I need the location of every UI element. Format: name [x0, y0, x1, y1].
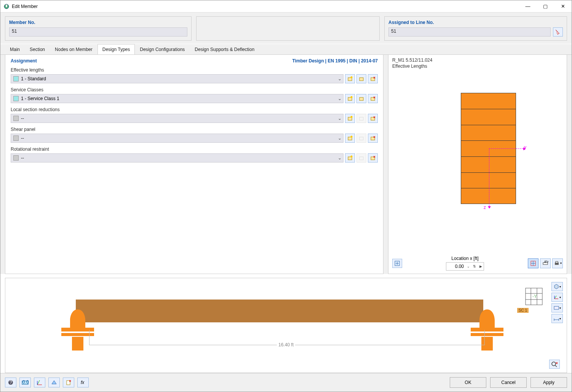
delete-shear-panel-button[interactable] [368, 134, 378, 143]
axis-z-icon [489, 148, 489, 206]
cancel-button[interactable]: Cancel [490, 377, 527, 388]
section-subtitle: Effective Lengths [392, 64, 563, 70]
axes-button[interactable]: ▾ [551, 293, 563, 302]
edit-shear-panel-button [356, 134, 366, 143]
axis-y-label: y [524, 145, 526, 150]
new-rotational-restraint-button[interactable] [345, 153, 355, 163]
chevron-down-icon: ⌄ [338, 135, 342, 141]
clipboard-button[interactable] [63, 378, 74, 387]
shear-panel-label: Shear panel [11, 127, 378, 132]
minimize-button[interactable]: — [519, 0, 537, 13]
effective-lengths-label: Effective lengths [11, 67, 378, 73]
window-controls: — ▢ ✕ [519, 0, 572, 13]
swatch-icon [13, 135, 19, 141]
service-classes-label: Service Classes [11, 87, 378, 92]
svg-rect-27 [556, 261, 558, 263]
ok-button[interactable]: OK [450, 377, 486, 388]
units-button[interactable]: 0.00 [19, 378, 31, 387]
print-button[interactable]: ▾ [552, 258, 563, 268]
tab-design-configurations[interactable]: Design Configurations [135, 44, 190, 54]
apply-button[interactable]: Apply [530, 377, 567, 388]
nav-cube[interactable]: -Y [523, 286, 545, 307]
display-toggle-button[interactable]: ▾ [551, 303, 563, 312]
tabs: Main Section Nodes on Member Design Type… [0, 44, 572, 55]
edit-local-reduction-button [356, 114, 366, 123]
axis-y-icon [489, 148, 523, 149]
delete-local-reduction-button[interactable] [368, 114, 378, 123]
delete-effective-length-button[interactable] [368, 74, 378, 83]
svg-rect-31 [481, 337, 493, 351]
axes-toggle-button[interactable] [34, 378, 45, 387]
assignment-pane: Assignment Timber Design | EN 1995 | DIN… [5, 54, 383, 274]
fit-view-button[interactable] [528, 258, 538, 268]
swatch-icon [13, 155, 19, 161]
edit-effective-length-button[interactable] [356, 74, 366, 83]
view-cube-button[interactable]: ▾ [551, 282, 563, 291]
play-icon: ▶ [478, 265, 484, 268]
svg-text:100: 100 [544, 260, 548, 263]
svg-text:-Y: -Y [532, 294, 537, 299]
section-id-text: R_M1 5.512/11.024 [392, 57, 563, 64]
new-service-class-button[interactable] [345, 94, 355, 103]
svg-point-35 [552, 362, 556, 366]
chevron-down-icon: ⌄ [465, 265, 471, 268]
location-x-spinner[interactable]: 0.00 ⌄ ⇅ ▶ [446, 262, 484, 271]
member-no-panel: Member No. 51 [5, 16, 192, 41]
svg-rect-4 [359, 78, 363, 81]
titlebar: Edit Member — ▢ ✕ [0, 0, 572, 13]
tab-design-supports-deflection[interactable]: Design Supports & Deflection [190, 44, 259, 54]
close-button[interactable]: ✕ [554, 0, 572, 13]
member-no-label: Member No. [9, 20, 187, 25]
chevron-down-icon: ⌄ [338, 155, 342, 161]
tab-design-types[interactable]: Design Types [97, 44, 135, 54]
render-mode-button[interactable] [48, 378, 60, 387]
rotational-restraint-combo[interactable]: -- ⌄ [11, 153, 344, 163]
dimensions-button[interactable]: 100 [540, 258, 551, 268]
member-viewport[interactable]: SC 1 16.40 ft -Y ▾ ▾ ▾ ▾ [5, 278, 567, 373]
local-section-reductions-combo[interactable]: -- ⌄ [11, 114, 344, 123]
svg-rect-34 [554, 306, 559, 309]
tab-main[interactable]: Main [5, 44, 25, 54]
shear-panel-combo[interactable]: -- ⌄ [11, 134, 344, 143]
svg-rect-16 [359, 137, 363, 140]
new-local-reduction-button[interactable] [345, 114, 355, 123]
section-options-button[interactable] [392, 259, 402, 268]
svg-rect-12 [359, 117, 363, 120]
dialog-footer: ? 0.00 fx OK Cancel Apply [0, 373, 572, 392]
delete-service-class-button[interactable] [368, 94, 378, 103]
beam-icon [76, 300, 483, 322]
maximize-button[interactable]: ▢ [537, 0, 554, 13]
delete-rotational-restraint-button[interactable] [368, 153, 378, 163]
svg-text:fx: fx [81, 380, 85, 385]
assigned-line-input[interactable]: 51 [388, 27, 551, 37]
app-icon [3, 3, 10, 10]
location-x-label: Location x [ft] [451, 256, 478, 261]
local-section-reductions-label: Local section reductions [11, 107, 378, 112]
svg-point-19 [351, 156, 353, 158]
new-shear-panel-button[interactable] [345, 134, 355, 143]
edit-rotational-restraint-button [356, 153, 366, 163]
middle-blank-panel [196, 16, 380, 41]
effective-lengths-combo[interactable]: 1 - Standard ⌄ [11, 74, 344, 83]
new-effective-length-button[interactable] [345, 74, 355, 83]
chevron-down-icon: ⌄ [338, 76, 342, 81]
cross-section-viewport[interactable]: y z [392, 69, 563, 253]
swatch-icon [13, 116, 19, 121]
svg-text:0.00: 0.00 [22, 379, 29, 385]
updown-icon: ⇅ [471, 265, 478, 268]
measure-button[interactable]: ▾ [551, 314, 563, 323]
service-classes-combo[interactable]: 1 - Service Class 1 ⌄ [11, 94, 344, 103]
swatch-icon [13, 76, 19, 81]
pick-line-button[interactable] [553, 27, 563, 37]
function-button[interactable]: fx [77, 378, 89, 387]
zoom-reset-button[interactable] [549, 360, 560, 369]
help-button[interactable]: ? [5, 378, 16, 387]
chevron-down-icon: ⌄ [338, 116, 342, 121]
service-class-tag: SC 1 [517, 308, 529, 313]
member-no-input[interactable]: 51 [9, 27, 187, 37]
edit-service-class-button[interactable] [356, 94, 366, 103]
assigned-line-panel: Assigned to Line No. 51 [384, 16, 567, 41]
tab-section[interactable]: Section [25, 44, 50, 54]
tab-nodes-on-member[interactable]: Nodes on Member [50, 44, 97, 54]
svg-point-11 [351, 116, 353, 118]
